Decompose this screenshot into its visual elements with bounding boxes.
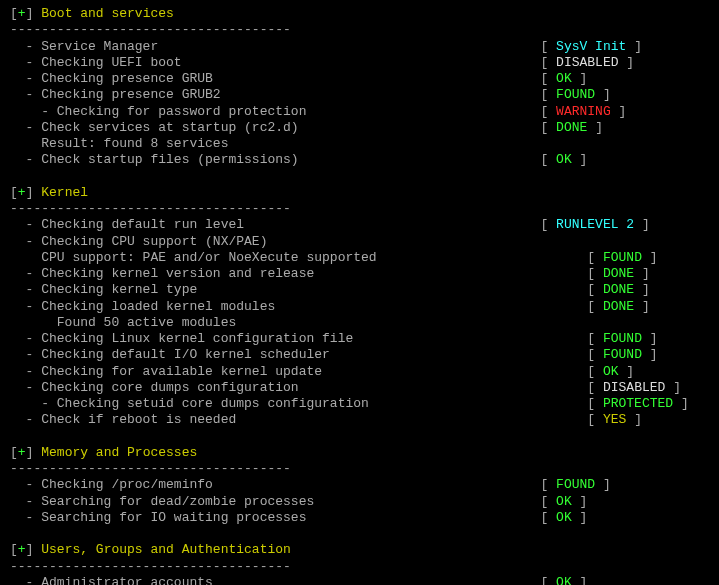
check-label: - Checking kernel version and release bbox=[10, 266, 314, 281]
check-line: Found 50 active modules bbox=[10, 315, 709, 331]
status-bracket: ] bbox=[619, 364, 635, 379]
status-bracket: [ bbox=[587, 282, 603, 297]
check-label: - Checking default I/O kernel scheduler bbox=[10, 347, 330, 362]
status-value: FOUND bbox=[556, 477, 595, 492]
check-line: - Checking presence GRUB [ OK ] bbox=[10, 71, 709, 87]
check-label: - Checking for available kernel update bbox=[10, 364, 322, 379]
check-line: CPU support: PAE and/or NoeXecute suppor… bbox=[10, 250, 709, 266]
status-value: OK bbox=[556, 575, 572, 585]
plus-icon: + bbox=[18, 542, 26, 557]
bracket: [ bbox=[10, 6, 18, 21]
plus-icon: + bbox=[18, 185, 26, 200]
check-label: - Checking Linux kernel configuration fi… bbox=[10, 331, 353, 346]
blank-line bbox=[10, 429, 709, 445]
status-bracket: ] bbox=[572, 575, 588, 585]
status-value: FOUND bbox=[556, 87, 595, 102]
check-label: - Checking presence GRUB2 bbox=[10, 87, 221, 102]
status-value: DONE bbox=[603, 282, 634, 297]
check-label: - Checking presence GRUB bbox=[10, 71, 213, 86]
section-title: Memory and Processes bbox=[41, 445, 197, 460]
status-bracket: ] bbox=[595, 87, 611, 102]
check-label: - Checking for password protection bbox=[10, 104, 306, 119]
status-bracket: [ bbox=[587, 299, 603, 314]
check-line: - Check startup files (permissions) [ OK… bbox=[10, 152, 709, 168]
status-bracket: [ bbox=[541, 120, 557, 135]
status-value: OK bbox=[556, 510, 572, 525]
divider: ------------------------------------ bbox=[10, 559, 709, 575]
bracket: ] bbox=[26, 542, 42, 557]
status-value: FOUND bbox=[603, 250, 642, 265]
status-bracket: ] bbox=[572, 152, 588, 167]
section-title: Boot and services bbox=[41, 6, 174, 21]
status-bracket: ] bbox=[572, 494, 588, 509]
divider: ------------------------------------ bbox=[10, 22, 709, 38]
check-line: - Check if reboot is needed [ YES ] bbox=[10, 412, 709, 428]
check-line: - Searching for dead/zombie processes [ … bbox=[10, 494, 709, 510]
check-label: - Checking loaded kernel modules bbox=[10, 299, 275, 314]
status-bracket: [ bbox=[541, 494, 557, 509]
status-bracket: [ bbox=[541, 575, 557, 585]
check-label: Result: found 8 services bbox=[10, 136, 228, 151]
status-value: DISABLED bbox=[603, 380, 665, 395]
bracket: [ bbox=[10, 185, 18, 200]
status-value: DISABLED bbox=[556, 55, 618, 70]
status-bracket: ] bbox=[634, 217, 650, 232]
bracket: [ bbox=[10, 542, 18, 557]
status-bracket: ] bbox=[626, 39, 642, 54]
status-bracket: [ bbox=[587, 266, 603, 281]
bracket: ] bbox=[26, 445, 42, 460]
status-bracket: ] bbox=[595, 477, 611, 492]
status-value: OK bbox=[603, 364, 619, 379]
status-bracket: [ bbox=[587, 396, 603, 411]
status-bracket: ] bbox=[626, 412, 642, 427]
status-bracket: [ bbox=[587, 347, 603, 362]
check-line: - Checking Linux kernel configuration fi… bbox=[10, 331, 709, 347]
check-label: - Check if reboot is needed bbox=[10, 412, 236, 427]
check-line: - Checking for password protection [ WAR… bbox=[10, 104, 709, 120]
status-bracket: [ bbox=[587, 250, 603, 265]
status-value: DONE bbox=[556, 120, 587, 135]
status-value: SysV Init bbox=[556, 39, 626, 54]
blank-line bbox=[10, 526, 709, 542]
check-line: - Checking kernel version and release [ … bbox=[10, 266, 709, 282]
check-line: Result: found 8 services bbox=[10, 136, 709, 152]
check-line: - Service Manager [ SysV Init ] bbox=[10, 39, 709, 55]
check-label: - Checking UEFI boot bbox=[10, 55, 182, 70]
check-line: - Checking presence GRUB2 [ FOUND ] bbox=[10, 87, 709, 103]
status-bracket: ] bbox=[587, 120, 603, 135]
status-bracket: [ bbox=[541, 71, 557, 86]
status-bracket: ] bbox=[619, 55, 635, 70]
status-value: YES bbox=[603, 412, 626, 427]
status-bracket: ] bbox=[634, 282, 650, 297]
status-value: PROTECTED bbox=[603, 396, 673, 411]
status-value: WARNING bbox=[556, 104, 611, 119]
check-label: Found 50 active modules bbox=[10, 315, 236, 330]
status-value: DONE bbox=[603, 299, 634, 314]
blank-line bbox=[10, 169, 709, 185]
check-label: - Check startup files (permissions) bbox=[10, 152, 299, 167]
status-bracket: ] bbox=[642, 250, 658, 265]
divider: ------------------------------------ bbox=[10, 461, 709, 477]
check-label: - Administrator accounts bbox=[10, 575, 213, 585]
status-bracket: [ bbox=[541, 104, 557, 119]
check-label: - Checking kernel type bbox=[10, 282, 197, 297]
bracket: ] bbox=[26, 185, 42, 200]
status-bracket: ] bbox=[642, 331, 658, 346]
status-bracket: [ bbox=[587, 364, 603, 379]
section-header: [+] Kernel bbox=[10, 185, 709, 201]
check-line: - Checking UEFI boot [ DISABLED ] bbox=[10, 55, 709, 71]
status-bracket: [ bbox=[541, 55, 557, 70]
status-value: OK bbox=[556, 152, 572, 167]
status-value: OK bbox=[556, 494, 572, 509]
status-bracket: ] bbox=[634, 299, 650, 314]
status-bracket: [ bbox=[541, 152, 557, 167]
status-value: DONE bbox=[603, 266, 634, 281]
status-bracket: ] bbox=[572, 71, 588, 86]
status-bracket: [ bbox=[541, 39, 557, 54]
check-label: - Checking core dumps configuration bbox=[10, 380, 299, 395]
section-title: Kernel bbox=[41, 185, 88, 200]
status-bracket: [ bbox=[587, 380, 603, 395]
status-bracket: [ bbox=[541, 510, 557, 525]
check-line: - Checking for available kernel update [… bbox=[10, 364, 709, 380]
check-label: - Searching for dead/zombie processes bbox=[10, 494, 314, 509]
